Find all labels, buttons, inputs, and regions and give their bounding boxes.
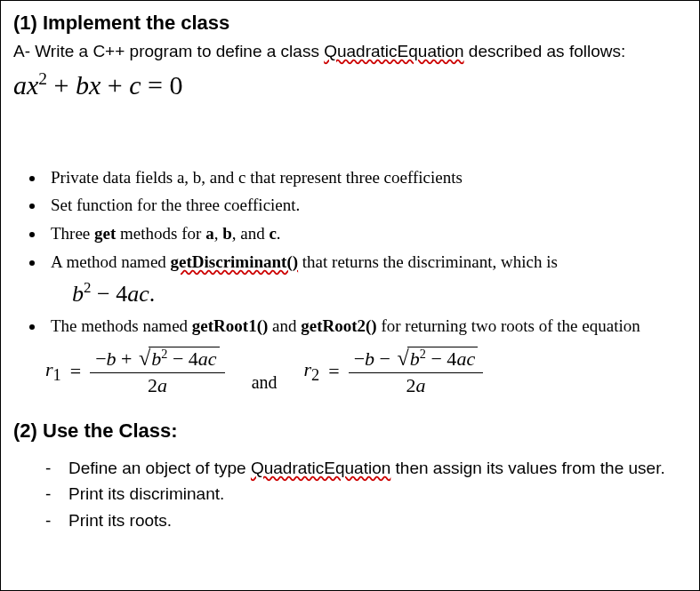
page-container: (1) Implement the class A- Write a C++ p… xyxy=(0,0,700,591)
r2-rad-minus: − 4 xyxy=(426,347,456,370)
r2-sub: 2 xyxy=(311,366,319,384)
quadratic-equation: ax2 + bx + c = 0 xyxy=(13,68,687,104)
b4-pre: A method named xyxy=(51,252,171,271)
bullet-5: The methods named getRoot1() and getRoot… xyxy=(45,315,687,338)
b3-b: b xyxy=(222,224,232,243)
r1-rad-c: c xyxy=(208,347,217,370)
b5-post: for returning two roots of the equation xyxy=(377,316,640,335)
b3-c: c xyxy=(269,224,276,243)
eq-a: a xyxy=(13,70,27,100)
disc-a: a xyxy=(127,281,139,307)
disc-dot: . xyxy=(149,281,156,307)
r1-rad-minus: − 4 xyxy=(167,347,197,370)
r2-denominator: 2a xyxy=(349,372,483,396)
eq-x: x xyxy=(27,70,38,100)
section-1-heading: (1) Implement the class xyxy=(13,10,687,36)
root2-formula: r2 = −b − b2 − 4ac 2a xyxy=(304,347,484,396)
r2-b: b xyxy=(365,347,374,370)
r1-label: r1 xyxy=(45,356,61,387)
d1-class: QuadraticEquation xyxy=(251,459,390,477)
r1-fraction: −b + b2 − 4ac 2a xyxy=(90,347,224,396)
r1-plus: + xyxy=(117,347,137,370)
r1-sub: 1 xyxy=(53,366,61,384)
disc-minus: − xyxy=(91,281,116,307)
section-1-intro: A- Write a C++ program to define a class… xyxy=(13,40,687,63)
r1-sqrt: b2 − 4ac xyxy=(137,347,220,371)
r1-b: b xyxy=(107,347,117,370)
r2-rad-c: c xyxy=(466,347,475,370)
bullet-1: Private data fields a, b, and c that rep… xyxy=(45,166,687,189)
disc-b: b xyxy=(72,281,84,307)
disc-4: 4 xyxy=(116,281,127,307)
section-2-heading: (2) Use the Class: xyxy=(13,418,687,444)
roots-formulas: r1 = −b + b2 − 4ac 2a and r2 = −b − b2 −… xyxy=(45,347,687,396)
eq-equals: = xyxy=(141,70,170,100)
r1-numerator: −b + b2 − 4ac xyxy=(90,347,224,372)
r2-rad-a: a xyxy=(456,347,466,370)
eq-sup2: 2 xyxy=(38,69,47,88)
r2-numerator: −b − b2 − 4ac xyxy=(349,347,483,372)
b3-a: a xyxy=(205,224,214,243)
and-word: and xyxy=(252,371,278,396)
bullet-4: A method named getDiscriminant() that re… xyxy=(45,251,687,310)
d1-pre: Define an object of type xyxy=(68,459,251,477)
r1-den-2: 2 xyxy=(148,374,157,396)
r2-sqrt: b2 − 4ac xyxy=(396,347,479,371)
r1-rad-b: b xyxy=(151,347,161,370)
root1-formula: r1 = −b + b2 − 4ac 2a xyxy=(45,347,225,396)
r2-label: r2 xyxy=(304,356,320,387)
r2-eq: = xyxy=(328,358,339,385)
eq-plus2: + xyxy=(101,70,129,100)
r2-rad-b: b xyxy=(410,347,420,370)
b4-name: getDiscriminant() xyxy=(171,252,299,271)
r2-den-a: a xyxy=(415,374,425,396)
b4-post: that returns the discriminant, which is xyxy=(298,252,558,271)
dash-3: Print its roots. xyxy=(45,509,687,532)
b3-pre: Three xyxy=(51,224,94,243)
r1-rad-a: a xyxy=(198,347,208,370)
r1-neg: − xyxy=(95,347,106,370)
b5-r2: getRoot2() xyxy=(301,316,376,335)
r2-den-2: 2 xyxy=(406,374,415,396)
discriminant-eq: b2 − 4ac. xyxy=(72,278,687,309)
r2-rad-sup: 2 xyxy=(420,347,426,361)
bullet-3: Three get methods for a, b, and c. xyxy=(45,222,687,245)
b3-c1: , xyxy=(214,224,223,243)
r2-fraction: −b − b2 − 4ac 2a xyxy=(349,347,483,396)
eq-zero: 0 xyxy=(170,70,183,100)
bullet-list: Private data fields a, b, and c that rep… xyxy=(45,166,687,338)
disc-c: c xyxy=(139,281,149,307)
eq-b: b xyxy=(76,70,89,100)
r2-minus: − xyxy=(374,347,395,370)
b5-pre: The methods named xyxy=(51,316,192,335)
d1-post: then assign its values from the user. xyxy=(390,459,664,477)
r2-neg: − xyxy=(354,347,365,370)
eq-x2: x xyxy=(89,70,101,100)
dash-2: Print its discriminant. xyxy=(45,483,687,506)
bullet-2: Set function for the three coefficient. xyxy=(45,194,687,217)
eq-plus1: + xyxy=(47,70,76,100)
b3-end: . xyxy=(277,224,281,243)
r1-denominator: 2a xyxy=(90,372,224,396)
b3-mid: methods for xyxy=(116,224,205,243)
intro-pre: A- Write a C++ program to define a class xyxy=(13,42,324,60)
b5-r1: getRoot1() xyxy=(192,316,268,335)
b5-and: and xyxy=(268,316,301,335)
b3-c2: , and xyxy=(232,224,270,243)
b3-get: get xyxy=(94,224,116,243)
eq-c: c xyxy=(129,70,141,100)
dash-1: Define an object of type QuadraticEquati… xyxy=(45,457,687,480)
r1-den-a: a xyxy=(157,374,167,396)
r1-eq: = xyxy=(70,358,81,385)
class-name-intro: QuadraticEquation xyxy=(324,42,463,60)
dash-list: Define an object of type QuadraticEquati… xyxy=(45,457,687,532)
intro-post: described as follows: xyxy=(464,42,626,60)
